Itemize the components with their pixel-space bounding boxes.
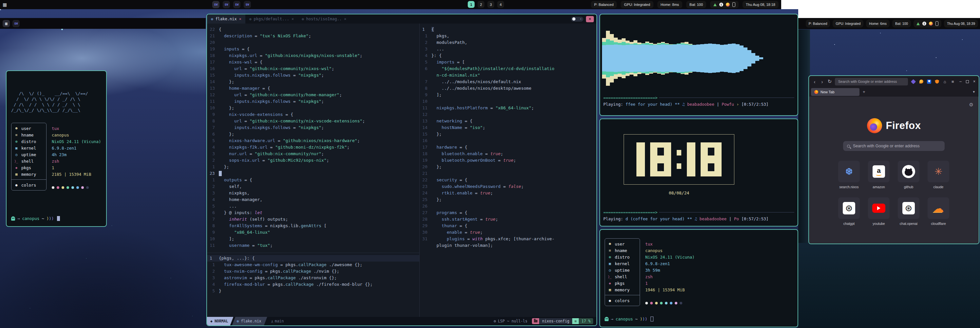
workspace-1[interactable]: 1 [468, 1, 475, 8]
fastfetch-output: ☻user≡hname❆distro▣kernel◷uptime〉_shell◈… [11, 123, 102, 190]
code-line: 14 hostName = "iso"; [420, 124, 597, 131]
maximize-button[interactable] [966, 80, 969, 83]
menu-icon[interactable]: ≡ [950, 79, 955, 84]
terminal-cursor [57, 216, 60, 221]
close-button[interactable]: × [973, 79, 975, 84]
code-line: 10 }; [207, 105, 419, 111]
top-bar-secondary: P: BalancedGPU: IntegratedHome: 6msBat: … [798, 18, 980, 29]
bar-main-modules: P: BalancedGPU: IntegratedHome: 8msBat: … [591, 1, 779, 8]
terminal-window-fetch-right[interactable]: ☻user≡hname❆distro▣kernel◷uptime〉_shell◈… [600, 229, 798, 327]
shortcut-chat-openai[interactable]: ⊛chat.openai [898, 197, 920, 225]
workspace-4[interactable]: 4 [497, 1, 504, 8]
workspace-3[interactable]: 3 [487, 1, 494, 8]
clock-date: 08/08/24 [624, 190, 734, 195]
tab-list-chevron-icon[interactable]: ▾ [973, 90, 975, 94]
shortcut-chatgpt[interactable]: ⊛chatgpt [838, 197, 860, 225]
code-line: n-cd-minimal.nix" [420, 72, 597, 79]
code-line: 9 ]; [420, 92, 597, 98]
ghost-icon [11, 216, 15, 221]
fetch-label-uptime: ◷uptime [608, 267, 637, 273]
newtab-settings-gear-icon[interactable]: ⚙ [969, 102, 974, 108]
forward-button[interactable]: › [820, 79, 824, 84]
code-line: 29 thunar = { [420, 223, 597, 229]
shortcut-github[interactable]: github [898, 161, 920, 189]
firefox-window[interactable]: ‹ › ↻ Search with Google or enter addres… [808, 75, 979, 244]
workspace-2[interactable]: 2 [477, 1, 484, 8]
tag-3[interactable]: $W [233, 1, 240, 8]
separator-line-2: =====================> [603, 210, 658, 215]
launcher-grid-icon[interactable]: ▦ [3, 1, 7, 8]
mode-segment: ◆NORMAL [207, 317, 233, 325]
tab-close-icon[interactable]: × [239, 17, 242, 21]
buffer-flake-nix[interactable]: 22{21 description = "tux's NixOS Flake";… [207, 24, 419, 253]
neovim-window[interactable]: ❆flake.nix×❆pkgs/default...×❆hosts/isoIm… [206, 14, 597, 326]
buffer-pkgs-default-nix[interactable]: 1{pkgs, ...}: {1 tux-awesome-wm-config =… [207, 253, 419, 317]
shortcut-youtube[interactable]: youtube [868, 197, 889, 225]
code-line: 23 [207, 170, 419, 177]
fetch-label-kernel: ▣kernel [14, 145, 44, 151]
url-bar[interactable]: Search with Google or enter address [835, 78, 908, 86]
extension-icon-orange[interactable] [919, 79, 924, 84]
bar2-module-ping: Home: 6ms [866, 20, 889, 27]
reload-button[interactable]: ↻ [827, 79, 832, 84]
bar1-tray-phone-icon[interactable] [732, 2, 735, 7]
newtab-search-bar[interactable]: Search with Google or enter address [843, 141, 945, 151]
fetch-value-shell: zsh [52, 158, 101, 164]
bitwarden-icon[interactable] [927, 79, 932, 84]
tag-2[interactable]: $W [223, 1, 230, 8]
bar2-tray-audio-icon[interactable] [929, 22, 933, 25]
shortcut-search-nixos[interactable]: ❆search.nixos [838, 161, 860, 189]
extension-icon-purple[interactable] [911, 79, 916, 84]
tag-4[interactable]: $W [244, 1, 251, 8]
minimize-button[interactable]: – [959, 79, 962, 84]
tab-close-icon[interactable]: × [344, 17, 346, 21]
bar2-module-power: P: Balanced [806, 20, 830, 27]
new-tab-button[interactable]: + [863, 89, 865, 94]
bar2-tray-bluetooth-icon[interactable]: ᛒ [922, 22, 926, 25]
bar1-tray-audio-icon[interactable] [726, 3, 730, 6]
bar2-tray-phone-icon[interactable] [935, 21, 939, 26]
lines-icon: ≡ [572, 318, 579, 324]
bar1-tray-network-icon[interactable] [713, 3, 717, 6]
bar1-module-ping: Home: 8ms [657, 1, 682, 8]
editor-tab-pkgs-default-[interactable]: ❆pkgs/default...× [245, 14, 298, 24]
bar2-module-battery: Bat: 100 [892, 20, 911, 27]
tty-clock [624, 134, 734, 185]
code-line: 12 [420, 111, 597, 118]
metamask-icon[interactable] [934, 79, 939, 84]
terminal-window-fetch-left[interactable]: /\ \/ ()_ __/==\ \/==/ / \/ /\ \ \/\/ / … [6, 70, 107, 227]
home-icon[interactable]: ⌂ [942, 79, 947, 84]
claude-icon: ✳ [934, 166, 942, 177]
editor-cursor [219, 171, 222, 176]
tag-1[interactable]: $W [212, 1, 220, 8]
shell-prompt-2[interactable]: →canopus~))) [605, 317, 654, 322]
layout-grid-icon[interactable]: ▦ [3, 20, 10, 27]
tag-icon[interactable]: $W [13, 20, 20, 27]
amazon-icon: a [873, 165, 885, 178]
tabline-close-button[interactable]: × [586, 16, 594, 22]
tab-new-tab[interactable]: New Tab [811, 88, 859, 96]
code-line: 20 }; [420, 164, 597, 170]
nix-icon: ❆ [211, 17, 213, 21]
back-button[interactable]: ‹ [812, 79, 817, 84]
fetch-value-shell: zsh [645, 273, 695, 280]
editor-tab-flake-nix[interactable]: ❆flake.nix× [207, 14, 245, 24]
buffer-iso-image-nix[interactable]: 1{1 pkgs,2 modulesPath,3 ...4}: {5 impor… [420, 24, 597, 317]
openai-icon: ⊛ [843, 202, 855, 214]
git-branch-icon: Y [271, 320, 273, 323]
shortcut-amazon[interactable]: aamazon [868, 161, 889, 189]
wallpaper-jungle [798, 243, 980, 328]
bar2-tray-network-icon[interactable] [916, 22, 920, 25]
terminal-window-clock[interactable]: 08/08/24 =====================> Playing:… [600, 119, 798, 227]
code-line: 9 "x86_64-linux" [207, 229, 419, 236]
tab-close-icon[interactable]: × [291, 17, 294, 21]
code-line: 12 url = "github:nix-community/home-mana… [207, 92, 419, 98]
shell-prompt[interactable]: →canopus~))) [11, 216, 60, 221]
shortcut-claude[interactable]: ✳claude [928, 161, 949, 189]
editor-tab-hosts-isoImag-[interactable]: ❆hosts/isoImag..× [298, 14, 350, 24]
terminal-window-cava[interactable]: =====================> Playing: ffee for… [600, 14, 798, 116]
shortcut-cloudflare[interactable]: ☁cloudflare [928, 197, 949, 225]
bar1-tray-bluetooth-icon[interactable]: ᛒ [719, 3, 723, 6]
tabline-toggle[interactable] [571, 17, 583, 22]
shortcut-label: claude [928, 185, 949, 189]
